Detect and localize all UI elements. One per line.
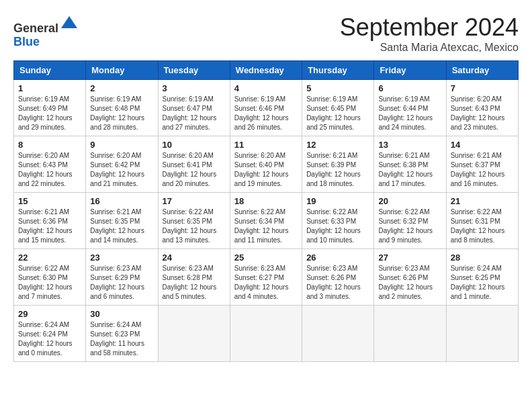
- calendar-cell: [302, 306, 374, 362]
- svg-marker-0: [61, 16, 77, 28]
- day-number: 25: [234, 253, 298, 263]
- weekday-header: Monday: [86, 61, 158, 80]
- day-info: Sunrise: 6:23 AM Sunset: 6:29 PM Dayligh…: [90, 264, 153, 302]
- weekday-header: Thursday: [302, 61, 374, 80]
- logo-general: General: [13, 21, 58, 35]
- calendar-cell: 12Sunrise: 6:21 AM Sunset: 6:39 PM Dayli…: [302, 136, 374, 193]
- day-info: Sunrise: 6:23 AM Sunset: 6:26 PM Dayligh…: [306, 264, 369, 302]
- calendar-cell: [230, 306, 302, 362]
- location: Santa Maria Atexcac, Mexico: [340, 42, 519, 54]
- day-number: 24: [163, 253, 226, 263]
- day-number: 16: [90, 196, 153, 206]
- calendar-body: 1Sunrise: 6:19 AM Sunset: 6:49 PM Daylig…: [14, 80, 519, 362]
- day-number: 6: [378, 83, 441, 93]
- weekday-header: Friday: [374, 61, 446, 80]
- calendar-cell: [446, 306, 518, 362]
- day-info: Sunrise: 6:23 AM Sunset: 6:28 PM Dayligh…: [163, 264, 226, 302]
- month-title: September 2024: [340, 13, 519, 42]
- calendar-cell: 30Sunrise: 6:24 AM Sunset: 6:23 PM Dayli…: [86, 306, 158, 362]
- calendar-cell: 9Sunrise: 6:20 AM Sunset: 6:42 PM Daylig…: [86, 136, 158, 193]
- day-number: 1: [18, 83, 81, 93]
- page-header: General Blue September 2024 Santa Maria …: [13, 13, 519, 54]
- calendar-cell: 13Sunrise: 6:21 AM Sunset: 6:38 PM Dayli…: [374, 136, 446, 193]
- weekday-header: Saturday: [446, 61, 518, 80]
- calendar-table: SundayMondayTuesdayWednesdayThursdayFrid…: [13, 60, 519, 362]
- day-number: 17: [163, 196, 226, 206]
- calendar-cell: 16Sunrise: 6:21 AM Sunset: 6:35 PM Dayli…: [86, 193, 158, 249]
- calendar-cell: 29Sunrise: 6:24 AM Sunset: 6:24 PM Dayli…: [14, 306, 86, 362]
- calendar-cell: 25Sunrise: 6:23 AM Sunset: 6:27 PM Dayli…: [230, 249, 302, 306]
- calendar-cell: 14Sunrise: 6:21 AM Sunset: 6:37 PM Dayli…: [446, 136, 518, 193]
- day-number: 22: [18, 253, 81, 263]
- day-info: Sunrise: 6:20 AM Sunset: 6:43 PM Dayligh…: [18, 151, 81, 189]
- calendar-cell: 3Sunrise: 6:19 AM Sunset: 6:47 PM Daylig…: [158, 80, 230, 136]
- logo: General Blue: [13, 13, 79, 49]
- calendar-header-row: SundayMondayTuesdayWednesdayThursdayFrid…: [14, 61, 519, 80]
- day-info: Sunrise: 6:22 AM Sunset: 6:34 PM Dayligh…: [234, 208, 298, 245]
- calendar-header: SundayMondayTuesdayWednesdayThursdayFrid…: [14, 61, 519, 80]
- weekday-header: Tuesday: [158, 61, 230, 80]
- calendar-cell: 7Sunrise: 6:20 AM Sunset: 6:43 PM Daylig…: [446, 80, 518, 136]
- day-info: Sunrise: 6:20 AM Sunset: 6:42 PM Dayligh…: [90, 151, 153, 189]
- day-number: 2: [90, 83, 153, 93]
- day-info: Sunrise: 6:21 AM Sunset: 6:35 PM Dayligh…: [90, 208, 153, 245]
- day-number: 3: [163, 83, 226, 93]
- day-info: Sunrise: 6:21 AM Sunset: 6:38 PM Dayligh…: [378, 151, 441, 189]
- calendar-cell: 15Sunrise: 6:21 AM Sunset: 6:36 PM Dayli…: [14, 193, 86, 249]
- title-block: September 2024 Santa Maria Atexcac, Mexi…: [340, 13, 519, 54]
- day-number: 14: [451, 140, 514, 150]
- day-info: Sunrise: 6:19 AM Sunset: 6:47 PM Dayligh…: [163, 95, 226, 132]
- calendar-cell: 4Sunrise: 6:19 AM Sunset: 6:46 PM Daylig…: [230, 80, 302, 136]
- calendar-cell: [158, 306, 230, 362]
- weekday-header: Sunday: [14, 61, 86, 80]
- calendar-cell: 5Sunrise: 6:19 AM Sunset: 6:45 PM Daylig…: [302, 80, 374, 136]
- calendar-cell: 27Sunrise: 6:23 AM Sunset: 6:26 PM Dayli…: [374, 249, 446, 306]
- weekday-header: Wednesday: [230, 61, 302, 80]
- calendar-cell: 21Sunrise: 6:22 AM Sunset: 6:31 PM Dayli…: [446, 193, 518, 249]
- logo-icon: [60, 13, 79, 32]
- day-info: Sunrise: 6:19 AM Sunset: 6:48 PM Dayligh…: [90, 95, 153, 132]
- calendar-cell: 24Sunrise: 6:23 AM Sunset: 6:28 PM Dayli…: [158, 249, 230, 306]
- calendar-week-row: 22Sunrise: 6:22 AM Sunset: 6:30 PM Dayli…: [14, 249, 519, 306]
- calendar-cell: 23Sunrise: 6:23 AM Sunset: 6:29 PM Dayli…: [86, 249, 158, 306]
- day-number: 15: [18, 196, 81, 206]
- day-number: 18: [234, 196, 298, 206]
- calendar-week-row: 1Sunrise: 6:19 AM Sunset: 6:49 PM Daylig…: [14, 80, 519, 136]
- day-number: 26: [306, 253, 369, 263]
- day-info: Sunrise: 6:19 AM Sunset: 6:49 PM Dayligh…: [18, 95, 81, 132]
- calendar-cell: 1Sunrise: 6:19 AM Sunset: 6:49 PM Daylig…: [14, 80, 86, 136]
- day-number: 28: [451, 253, 514, 263]
- calendar-cell: 6Sunrise: 6:19 AM Sunset: 6:44 PM Daylig…: [374, 80, 446, 136]
- calendar-cell: 10Sunrise: 6:20 AM Sunset: 6:41 PM Dayli…: [158, 136, 230, 193]
- day-number: 9: [90, 140, 153, 150]
- day-number: 19: [306, 196, 369, 206]
- day-info: Sunrise: 6:22 AM Sunset: 6:35 PM Dayligh…: [163, 208, 226, 245]
- day-info: Sunrise: 6:22 AM Sunset: 6:32 PM Dayligh…: [378, 208, 441, 245]
- day-number: 27: [378, 253, 441, 263]
- day-info: Sunrise: 6:20 AM Sunset: 6:43 PM Dayligh…: [451, 95, 514, 132]
- calendar-cell: 19Sunrise: 6:22 AM Sunset: 6:33 PM Dayli…: [302, 193, 374, 249]
- day-info: Sunrise: 6:22 AM Sunset: 6:30 PM Dayligh…: [18, 264, 81, 302]
- calendar-cell: 8Sunrise: 6:20 AM Sunset: 6:43 PM Daylig…: [14, 136, 86, 193]
- day-info: Sunrise: 6:22 AM Sunset: 6:31 PM Dayligh…: [451, 208, 514, 245]
- day-number: 11: [234, 140, 298, 150]
- day-info: Sunrise: 6:20 AM Sunset: 6:40 PM Dayligh…: [234, 151, 298, 189]
- calendar-cell: 28Sunrise: 6:24 AM Sunset: 6:25 PM Dayli…: [446, 249, 518, 306]
- calendar-cell: 26Sunrise: 6:23 AM Sunset: 6:26 PM Dayli…: [302, 249, 374, 306]
- calendar-cell: 17Sunrise: 6:22 AM Sunset: 6:35 PM Dayli…: [158, 193, 230, 249]
- day-info: Sunrise: 6:20 AM Sunset: 6:41 PM Dayligh…: [163, 151, 226, 189]
- day-number: 4: [234, 83, 298, 93]
- day-number: 20: [378, 196, 441, 206]
- day-info: Sunrise: 6:23 AM Sunset: 6:26 PM Dayligh…: [378, 264, 441, 302]
- day-number: 13: [378, 140, 441, 150]
- logo-blue: Blue: [13, 35, 40, 48]
- calendar-week-row: 8Sunrise: 6:20 AM Sunset: 6:43 PM Daylig…: [14, 136, 519, 193]
- day-number: 29: [18, 309, 81, 319]
- day-number: 5: [306, 83, 369, 93]
- calendar-cell: 2Sunrise: 6:19 AM Sunset: 6:48 PM Daylig…: [86, 80, 158, 136]
- day-info: Sunrise: 6:21 AM Sunset: 6:37 PM Dayligh…: [451, 151, 514, 189]
- day-number: 8: [18, 140, 81, 150]
- calendar-week-row: 15Sunrise: 6:21 AM Sunset: 6:36 PM Dayli…: [14, 193, 519, 249]
- calendar-cell: 22Sunrise: 6:22 AM Sunset: 6:30 PM Dayli…: [14, 249, 86, 306]
- day-number: 10: [163, 140, 226, 150]
